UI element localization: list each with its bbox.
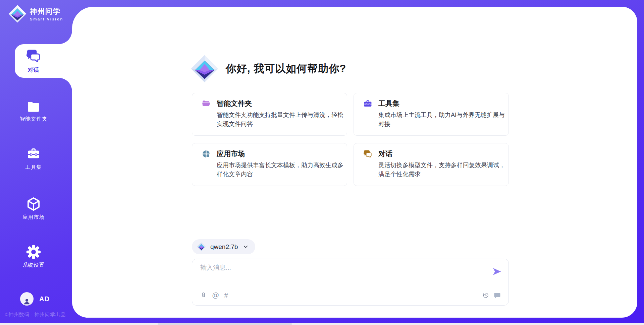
model-selector[interactable]: qwen2:7b xyxy=(192,239,255,254)
folder-open-icon xyxy=(202,99,211,108)
sidebar-item-settings-label[interactable]: 系统设置 xyxy=(0,262,67,269)
sidebar-item-chat-label[interactable]: 对话 xyxy=(0,67,67,74)
toolbox-icon[interactable] xyxy=(26,147,41,161)
message-composer: @ # xyxy=(192,259,509,306)
gear-icon[interactable] xyxy=(26,244,41,260)
chat-bubble-icon[interactable] xyxy=(493,291,501,299)
cube-icon[interactable] xyxy=(26,196,41,212)
copyright-footer: ©神州数码 · 神州问学出品 xyxy=(5,312,72,318)
diamond-gem-icon xyxy=(8,4,27,23)
card-title: 工具集 xyxy=(378,99,399,108)
app-market-icon xyxy=(202,149,211,158)
user-name: AD xyxy=(39,295,50,303)
user-profile[interactable]: AD xyxy=(20,292,50,306)
horizontal-scrollbar[interactable] xyxy=(0,323,644,325)
card-chat[interactable]: 对话 灵活切换多模型文件，支持多样回复效果调试，满足个性化需求 xyxy=(354,143,509,186)
card-title: 智能文件夹 xyxy=(217,99,252,108)
at-icon[interactable]: @ xyxy=(212,291,219,299)
card-app-market[interactable]: 应用市场 应用市场提供丰富长文本模板，助力高效生成多样化文章内容 xyxy=(192,143,347,186)
sidebar-item-app-market-label[interactable]: 应用市场 xyxy=(0,214,67,221)
main-content-panel: 你好, 我可以如何帮助你? 智能文件夹 智能文件夹功能支持批量文件上传与清洗，轻… xyxy=(72,7,637,318)
tab-curve-top xyxy=(59,31,72,44)
brand-subtitle: Smart Vision xyxy=(30,17,63,21)
chat-bubbles-icon xyxy=(363,149,372,158)
hash-icon[interactable]: # xyxy=(224,291,228,299)
card-smart-folder[interactable]: 智能文件夹 智能文件夹功能支持批量文件上传与清洗，轻松实现文件问答 xyxy=(192,93,347,136)
history-icon[interactable] xyxy=(482,292,489,299)
tab-curve-bottom xyxy=(59,78,72,91)
card-description: 智能文件夹功能支持批量文件上传与清洗，轻松实现文件问答 xyxy=(217,111,349,129)
sidebar-item-smart-folder-label[interactable]: 智能文件夹 xyxy=(0,116,67,123)
message-input[interactable] xyxy=(200,263,485,285)
person-icon xyxy=(22,297,31,306)
brand-name: 神州问学 xyxy=(30,7,63,16)
diamond-gem-icon xyxy=(197,242,206,251)
scrollbar-thumb[interactable] xyxy=(158,323,292,325)
card-title: 应用市场 xyxy=(217,149,245,158)
paperclip-icon[interactable] xyxy=(200,291,207,299)
model-name: qwen2:7b xyxy=(210,243,238,251)
toolbox-icon xyxy=(363,99,372,108)
card-title: 对话 xyxy=(378,149,392,158)
feature-cards: 智能文件夹 智能文件夹功能支持批量文件上传与清洗，轻松实现文件问答 xyxy=(192,93,509,186)
sidebar-item-toolset-label[interactable]: 工具集 xyxy=(0,164,67,171)
diamond-gem-icon xyxy=(190,54,219,84)
composer-divider xyxy=(198,288,502,288)
card-description: 灵活切换多模型文件，支持多样回复效果调试，满足个性化需求 xyxy=(378,161,511,179)
folder-icon[interactable] xyxy=(26,101,41,113)
card-description: 应用市场提供丰富长文本模板，助力高效生成多样化文章内容 xyxy=(217,161,349,179)
chat-bubbles-icon[interactable] xyxy=(26,48,41,64)
card-description: 集成市场上主流工具，助力AI与外界无缝扩展与对接 xyxy=(378,111,511,129)
app-logo: 神州问学 Smart Vision xyxy=(8,4,63,23)
send-icon[interactable] xyxy=(492,267,502,276)
greeting-text: 你好, 我可以如何帮助你? xyxy=(226,62,346,76)
chevron-down-icon xyxy=(243,244,249,250)
greeting-header: 你好, 我可以如何帮助你? xyxy=(190,54,346,84)
avatar[interactable] xyxy=(20,292,34,306)
sidebar: 神州问学 Smart Vision 对话 智能文件夹 工具集 应用市 xyxy=(0,0,72,325)
card-toolset[interactable]: 工具集 集成市场上主流工具，助力AI与外界无缝扩展与对接 xyxy=(354,93,509,136)
